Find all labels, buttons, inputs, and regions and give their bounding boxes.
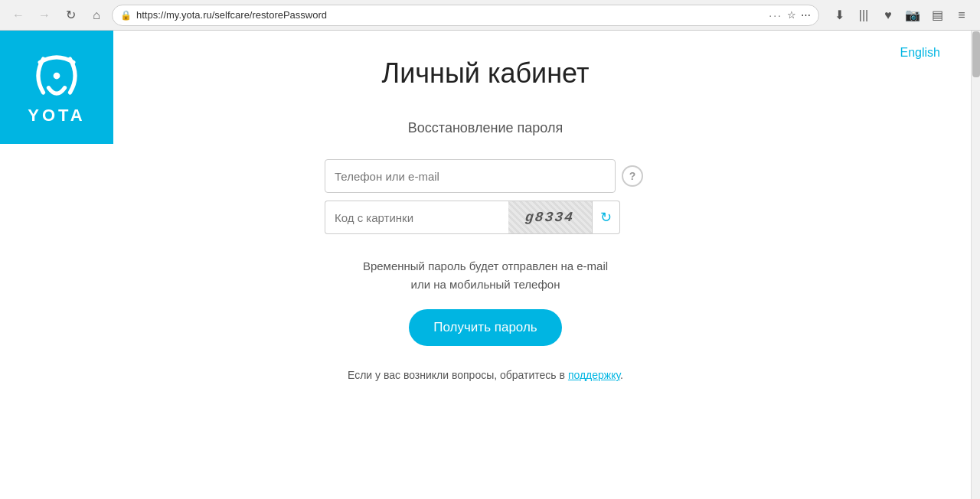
forward-button[interactable]: → bbox=[34, 5, 55, 26]
browser-chrome: ← → ↻ ⌂ 🔒 https://my.yota.ru/selfcare/re… bbox=[0, 0, 980, 31]
support-text-before: Если у вас возникли вопросы, обратитесь … bbox=[348, 369, 568, 381]
back-button[interactable]: ← bbox=[8, 5, 29, 26]
page-content: YOTA English Личный кабинет Восстановлен… bbox=[0, 31, 971, 499]
captcha-text: g8334 bbox=[525, 210, 576, 225]
home-icon: ⌂ bbox=[93, 8, 100, 22]
reload-icon: ↻ bbox=[66, 8, 76, 22]
reload-button[interactable]: ↻ bbox=[60, 5, 81, 26]
yota-logo[interactable]: YOTA bbox=[0, 31, 113, 144]
toolbar-icons: ⬇ ||| ♥ 📷 ▤ ≡ bbox=[828, 5, 972, 26]
captcha-input[interactable] bbox=[325, 201, 508, 234]
forward-icon: → bbox=[38, 8, 51, 22]
main-content: Личный кабинет Восстановление пароля ? g… bbox=[0, 31, 971, 381]
lock-icon: 🔒 bbox=[120, 10, 132, 21]
form-container: Восстановление пароля ? g8334 ↻ Временны… bbox=[325, 120, 646, 381]
phone-input-row: ? bbox=[325, 159, 646, 193]
menu-button[interactable]: ≡ bbox=[951, 5, 972, 26]
captcha-image: g8334 bbox=[508, 201, 593, 234]
phone-email-input[interactable] bbox=[325, 159, 616, 193]
yota-logo-svg bbox=[30, 49, 83, 103]
url-text: https://my.yota.ru/selfcare/restorePassw… bbox=[136, 9, 764, 21]
library-icon[interactable]: ||| bbox=[853, 5, 874, 26]
download-icon[interactable]: ⬇ bbox=[828, 5, 850, 26]
info-text: Временный пароль будет отправлен на e-ma… bbox=[363, 257, 608, 294]
scrollbar[interactable] bbox=[971, 31, 980, 499]
info-line-1: Временный пароль будет отправлен на e-ma… bbox=[363, 257, 608, 276]
address-bar[interactable]: 🔒 https://my.yota.ru/selfcare/restorePas… bbox=[112, 5, 819, 26]
scrollbar-thumb[interactable] bbox=[972, 31, 980, 77]
refresh-captcha-button[interactable]: ↻ bbox=[593, 201, 620, 234]
pocket-icon: ☆ bbox=[787, 9, 796, 21]
info-line-2: или на мобильный телефон bbox=[363, 276, 608, 294]
language-switcher[interactable]: English bbox=[900, 46, 940, 60]
bookmark-star-icon: ⋯ bbox=[801, 9, 811, 21]
home-button[interactable]: ⌂ bbox=[86, 5, 107, 26]
support-text-after: . bbox=[620, 369, 623, 381]
address-menu-icon: ··· bbox=[769, 9, 782, 21]
reader-view-icon[interactable]: ▤ bbox=[926, 5, 948, 26]
screenshot-icon[interactable]: 📷 bbox=[902, 5, 923, 26]
help-icon[interactable]: ? bbox=[622, 165, 643, 187]
pocket-icon[interactable]: ♥ bbox=[877, 5, 899, 26]
svg-point-0 bbox=[54, 73, 60, 80]
support-link[interactable]: поддержку bbox=[568, 369, 620, 381]
subtitle: Восстановление пароля bbox=[408, 120, 563, 136]
page-title: Личный кабинет bbox=[382, 57, 590, 90]
back-icon: ← bbox=[12, 8, 24, 22]
support-text: Если у вас возникли вопросы, обратитесь … bbox=[348, 369, 623, 381]
submit-button[interactable]: Получить пароль bbox=[409, 309, 562, 346]
refresh-captcha-icon: ↻ bbox=[600, 209, 612, 226]
captcha-row: g8334 ↻ bbox=[325, 201, 646, 234]
logo-text: YOTA bbox=[28, 106, 85, 126]
